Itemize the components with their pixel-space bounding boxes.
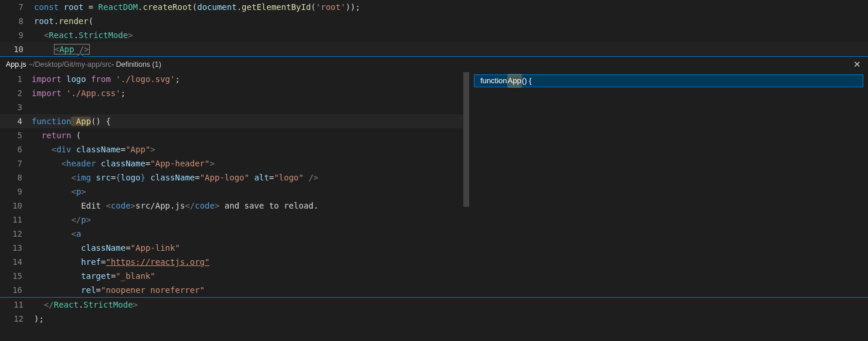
peek-references-list[interactable]: function App() { bbox=[469, 72, 868, 297]
peek-header: App.js ~/Desktop/Git/my-app/src - Defini… bbox=[0, 57, 868, 72]
code-line[interactable]: 11 </React.StrictMode> bbox=[0, 298, 868, 312]
line-number: 8 bbox=[0, 14, 34, 28]
line-number: 11 bbox=[0, 298, 34, 312]
line-number: 10 bbox=[0, 42, 34, 56]
code-line-active[interactable]: 10 <App /> bbox=[0, 42, 868, 56]
code-editor[interactable]: 7 const root = ReactDOM.createRoot(docum… bbox=[0, 0, 868, 326]
peek-path: ~/Desktop/Git/my-app/src bbox=[29, 57, 111, 71]
reference-item[interactable]: function App() { bbox=[474, 74, 863, 87]
line-number: 9 bbox=[0, 28, 34, 42]
code-line[interactable]: 8 root.render( bbox=[0, 14, 868, 28]
line-number: 7 bbox=[0, 0, 34, 14]
peek-definition-widget: App.js ~/Desktop/Git/my-app/src - Defini… bbox=[0, 56, 868, 298]
code-line[interactable]: 9 <React.StrictMode> bbox=[0, 28, 868, 42]
peek-filename[interactable]: App.js bbox=[6, 57, 26, 71]
code-line[interactable]: 7 const root = ReactDOM.createRoot(docum… bbox=[0, 0, 868, 14]
peek-editor[interactable]: 1import logo from './logo.svg'; 2import … bbox=[0, 72, 469, 297]
line-number: 12 bbox=[0, 312, 34, 326]
peek-definitions-count: - Definitions (1) bbox=[111, 57, 161, 71]
code-line[interactable]: 12 ); bbox=[0, 312, 868, 326]
close-icon[interactable]: ✕ bbox=[852, 57, 862, 71]
